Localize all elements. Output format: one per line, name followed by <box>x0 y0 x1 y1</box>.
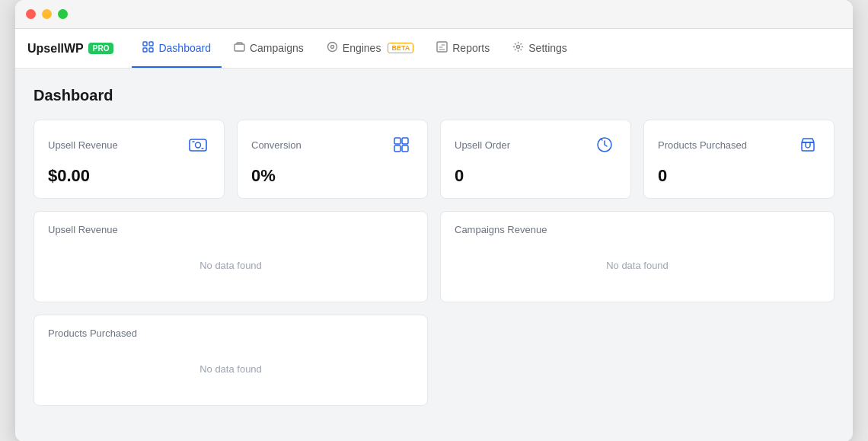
svg-rect-12 <box>402 138 408 144</box>
stat-card-upsell-revenue: Upsell Revenue $0.00 <box>34 120 225 199</box>
stat-label-products-purchased: Products Purchased <box>658 139 747 151</box>
stat-card-conversion: Conversion 0% <box>237 120 428 199</box>
app-window: UpsellWP PRO Dashboard <box>15 0 853 441</box>
pro-badge: PRO <box>88 43 114 54</box>
svg-rect-3 <box>149 48 153 52</box>
stat-label-upsell-order: Upsell Order <box>455 139 510 151</box>
minimize-button[interactable] <box>42 9 52 19</box>
products-purchased-card: Products Purchased No data found <box>34 315 428 406</box>
beta-badge: BETA <box>388 43 413 53</box>
svg-rect-1 <box>149 42 153 46</box>
nav-item-engines[interactable]: Engines BETA <box>316 29 424 68</box>
nav-item-campaigns[interactable]: Campaigns <box>223 29 314 68</box>
stat-header-products-purchased: Products Purchased <box>658 133 820 157</box>
svg-rect-0 <box>143 42 147 46</box>
stat-value-products-purchased: 0 <box>658 166 820 186</box>
nav-item-settings[interactable]: Settings <box>502 29 578 68</box>
upsell-revenue-chart-label: Upsell Revenue <box>48 224 413 235</box>
stat-value-conversion: 0% <box>251 166 413 186</box>
nav-label-settings: Settings <box>528 42 567 54</box>
page-title: Dashboard <box>34 87 834 104</box>
navbar: UpsellWP PRO Dashboard <box>15 29 853 69</box>
nav-label-dashboard: Dashboard <box>158 42 211 54</box>
stat-label-conversion: Conversion <box>251 139 302 151</box>
nav-items: Dashboard Campaigns <box>132 29 577 68</box>
charts-row: Upsell Revenue No data found Campaigns R… <box>34 211 834 302</box>
nav-label-engines: Engines <box>343 42 381 54</box>
products-icon <box>796 133 820 157</box>
svg-rect-14 <box>402 145 408 152</box>
products-purchased-card-label: Products Purchased <box>48 328 413 339</box>
brand-name: UpsellWP <box>27 42 84 56</box>
stat-card-products-purchased: Products Purchased 0 <box>643 120 834 199</box>
svg-point-6 <box>330 45 333 48</box>
stat-value-upsell-order: 0 <box>455 166 617 186</box>
nav-label-reports: Reports <box>452 42 490 54</box>
reports-icon <box>436 41 448 55</box>
close-button[interactable] <box>26 9 36 19</box>
svg-rect-16 <box>802 142 814 151</box>
nav-label-campaigns: Campaigns <box>250 42 304 54</box>
stat-card-upsell-order: Upsell Order 0 <box>440 120 631 199</box>
svg-point-10 <box>196 142 201 148</box>
stat-label-upsell-revenue: Upsell Revenue <box>48 139 118 151</box>
brand: UpsellWP PRO <box>27 42 113 56</box>
bottom-row: Products Purchased No data found <box>34 315 834 406</box>
stats-row: Upsell Revenue $0.00 Conversion <box>34 120 834 199</box>
svg-point-8 <box>517 45 520 48</box>
nav-item-dashboard[interactable]: Dashboard <box>132 29 222 68</box>
engines-icon <box>327 41 338 55</box>
svg-rect-9 <box>190 139 206 151</box>
stat-header-conversion: Conversion <box>251 133 413 157</box>
campaigns-revenue-chart: Campaigns Revenue No data found <box>440 211 834 302</box>
conversion-icon <box>389 133 413 157</box>
svg-point-5 <box>327 42 337 51</box>
svg-rect-2 <box>143 48 147 52</box>
stat-value-upsell-revenue: $0.00 <box>48 166 210 186</box>
main-content: Dashboard Upsell Revenue $0.00 <box>15 69 853 441</box>
settings-icon <box>512 41 524 55</box>
upsell-revenue-chart: Upsell Revenue No data found <box>34 211 428 302</box>
campaigns-revenue-chart-empty: No data found <box>455 241 820 289</box>
stat-header-upsell-revenue: Upsell Revenue <box>48 133 210 157</box>
svg-rect-13 <box>394 145 400 152</box>
campaigns-icon <box>234 41 245 55</box>
nav-item-reports[interactable]: Reports <box>426 29 500 68</box>
maximize-button[interactable] <box>58 9 68 19</box>
revenue-icon <box>186 133 210 157</box>
bottom-right-empty <box>440 315 834 406</box>
order-icon <box>592 133 617 157</box>
campaigns-revenue-chart-label: Campaigns Revenue <box>455 224 820 235</box>
upsell-revenue-chart-empty: No data found <box>48 241 413 289</box>
svg-rect-11 <box>394 138 400 144</box>
titlebar <box>15 0 853 29</box>
stat-header-upsell-order: Upsell Order <box>455 133 617 157</box>
svg-rect-4 <box>235 44 244 51</box>
dashboard-icon <box>142 41 154 55</box>
products-purchased-card-empty: No data found <box>48 345 413 393</box>
